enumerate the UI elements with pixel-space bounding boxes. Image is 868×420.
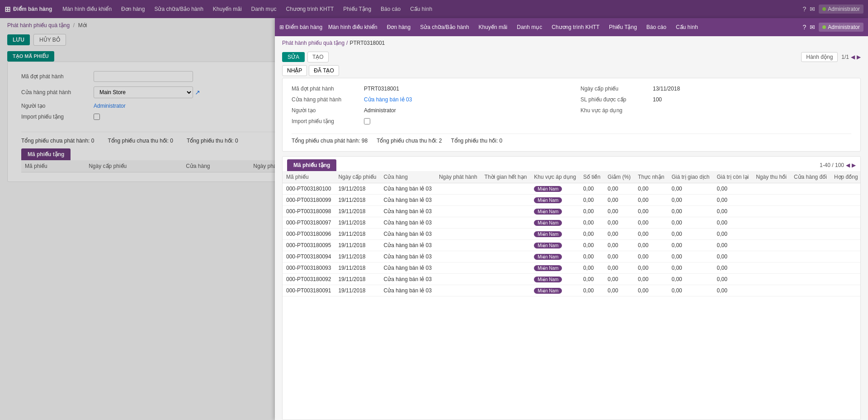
popup-app-title: Điểm bán hàng bbox=[285, 24, 322, 30]
popup-voucher-table: Mã phiếu Ngày cấp phiếu Cửa hàng Ngày ph… bbox=[283, 171, 861, 189]
popup-khu-vuc-label: Khu vực áp dụng bbox=[580, 107, 653, 114]
pop-col-gtgd: Giá trị giao dịch bbox=[668, 171, 713, 183]
popup-nav-man-hinh[interactable]: Màn hình điều khiển bbox=[325, 22, 381, 32]
popup-nguoi-tao-value: Administrator bbox=[364, 107, 562, 114]
pop-col-kv: Khu vực áp dụng bbox=[530, 171, 580, 183]
pop-col-ngay: Ngày cấp phiếu bbox=[335, 171, 380, 183]
popup-window: ⊞ Điểm bán hàng Màn hình điều khiển Đơn … bbox=[275, 18, 868, 189]
popup-cua-hang-label: Cửa hàng phát hành bbox=[292, 96, 364, 103]
popup-cua-hang-value[interactable]: Cửa hàng bán lẻ 03 bbox=[364, 96, 562, 103]
edit-button[interactable]: SỬA bbox=[282, 52, 305, 62]
pop-col-chd: Cửa hàng đối bbox=[790, 171, 830, 183]
popup-form-card: Mã đợt phát hành PTRT0318001 Cửa hàng ph… bbox=[282, 78, 861, 152]
popup-grid-icon: ⊞ bbox=[279, 24, 284, 30]
next-page-btn[interactable]: ▶ bbox=[857, 54, 861, 60]
pop-col-hd: Hợp đồng bbox=[830, 171, 861, 183]
pop-col-tn: Thực nhận bbox=[634, 171, 668, 183]
popup-bc-current: PTRT0318001 bbox=[349, 40, 385, 46]
popup-tab-nhap[interactable]: NHẬP bbox=[282, 65, 307, 76]
popup-sl-phieu-value: 100 bbox=[653, 96, 851, 103]
popup-tab-datao[interactable]: ĐÃ TẠO bbox=[309, 65, 339, 76]
pop-col-ma: Mã phiếu bbox=[283, 171, 335, 183]
popup-nav-sua-chua[interactable]: Sửa chữa/Bảo hành bbox=[416, 22, 472, 32]
popup-nav-danh-muc[interactable]: Danh mục bbox=[513, 22, 546, 32]
popup-table-tab[interactable]: Mã phiếu tặng bbox=[287, 159, 336, 171]
popup-bc-parent[interactable]: Phát hành phiếu quà tặng bbox=[282, 40, 344, 46]
popup-summary-bar: Tổng phiếu chưa phát hành: 98 Tổng phiếu… bbox=[292, 134, 851, 144]
popup-nav-bao-cao[interactable]: Báo cáo bbox=[643, 22, 670, 32]
hanh-dong-button[interactable]: Hành động bbox=[801, 52, 838, 62]
popup-user-dot bbox=[822, 25, 826, 29]
popup-brand[interactable]: ⊞ Điểm bán hàng bbox=[279, 24, 322, 30]
popup-breadcrumb: Phát hành phiếu quà tặng / PTRT0318001 bbox=[275, 36, 868, 50]
popup-table-pagination: 1-40 / 100 ◀ ▶ bbox=[820, 162, 856, 168]
prev-page-btn[interactable]: ◀ bbox=[851, 54, 855, 60]
table-row[interactable]: 000-PT003180100 19/11/2018 Cửa hàng bán … bbox=[283, 183, 861, 190]
popup-nav-khuyen-mai[interactable]: Khuyến mãi bbox=[475, 22, 511, 32]
create-button[interactable]: TẠO bbox=[307, 52, 329, 62]
popup-nav-phieu-tang[interactable]: Phiếu Tặng bbox=[605, 22, 641, 32]
popup-nav-cau-hinh[interactable]: Cấu hình bbox=[672, 22, 702, 32]
popup-table-area: Mã phiếu tặng 1-40 / 100 ◀ ▶ Mã phiếu Ng… bbox=[282, 156, 861, 189]
pop-col-gtcl: Giá trị còn lại bbox=[713, 171, 752, 183]
popup-chat-icon[interactable]: ✉ bbox=[810, 24, 815, 31]
pagination: 1/1 ◀ ▶ bbox=[841, 54, 861, 60]
popup-prev-btn[interactable]: ◀ bbox=[846, 162, 850, 168]
pop-col-hh: Thời gian hết hạn bbox=[481, 171, 531, 183]
popup-ma-dot-value: PTRT0318001 bbox=[364, 86, 562, 92]
pop-col-giam: Giảm (%) bbox=[604, 171, 634, 183]
popup-chua-th: Tổng phiếu chưa thu hồi: 2 bbox=[377, 138, 442, 144]
popup-next-btn[interactable]: ▶ bbox=[852, 162, 856, 168]
popup-thu-hoi: Tổng phiếu thu hồi: 0 bbox=[451, 138, 503, 144]
popup-tab-bar: NHẬP ĐÃ TẠO bbox=[275, 65, 868, 78]
popup-ma-dot-label: Mã đợt phát hành bbox=[292, 86, 364, 92]
pop-col-st: Số tiền bbox=[580, 171, 604, 183]
popup-sl-phieu-label: SL phiếu được cấp bbox=[580, 96, 653, 103]
popup-chua-ph: Tổng phiếu chưa phát hành: 98 bbox=[292, 138, 368, 144]
popup-user-name: Administrator bbox=[828, 24, 860, 30]
pop-col-nth: Ngày thu hồi bbox=[752, 171, 790, 183]
popup-user-menu[interactable]: Administrator bbox=[819, 23, 863, 32]
popup-nav-chuong-trinh[interactable]: Chương trình KHTT bbox=[548, 22, 603, 32]
popup-nguoi-tao-label: Người tạo bbox=[292, 107, 364, 114]
popup-import-label: Import phiếu tặng bbox=[292, 118, 364, 124]
popup-ngay-cap-value: 13/11/2018 bbox=[653, 86, 851, 92]
popup-nav-don-hang[interactable]: Đơn hàng bbox=[383, 22, 414, 32]
popup-import-checkbox[interactable] bbox=[364, 118, 370, 124]
popup-ngay-cap-label: Ngày cấp phiếu bbox=[580, 86, 653, 92]
pop-col-ch: Cửa hàng bbox=[380, 171, 435, 183]
popup-question-icon[interactable]: ? bbox=[803, 24, 807, 31]
popup-navigation: ⊞ Điểm bán hàng Màn hình điều khiển Đơn … bbox=[275, 18, 868, 36]
pop-col-nph: Ngày phát hành bbox=[435, 171, 481, 183]
popup-action-bar: SỬA TẠO Hành động 1/1 ◀ ▶ bbox=[275, 50, 868, 65]
